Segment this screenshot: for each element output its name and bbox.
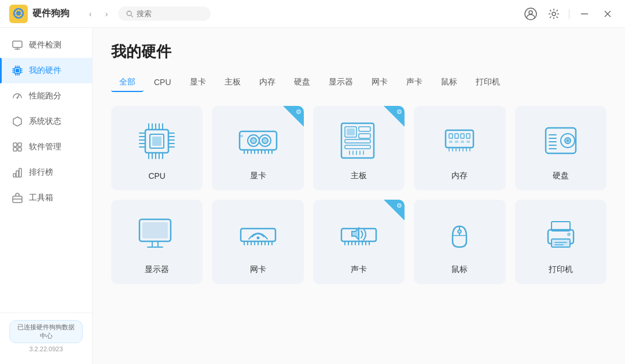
- mb-badge-icon: ⚙: [396, 108, 402, 116]
- svg-rect-124: [142, 222, 168, 238]
- svg-rect-154: [552, 239, 570, 247]
- forward-button[interactable]: ›: [100, 7, 113, 21]
- hw-card-network-label: 网卡: [250, 264, 266, 275]
- hardware-grid: CPU ⚙: [111, 106, 606, 284]
- svg-rect-45: [19, 168, 21, 177]
- tab-disk[interactable]: 硬盘: [286, 73, 318, 92]
- sidebar-bottom: 已连接硬件狗狗数据中心 3.2.22.0923: [0, 312, 92, 359]
- sidebar-item-hardware-detect[interactable]: 硬件检测: [0, 32, 92, 58]
- sidebar-item-ranking[interactable]: 排行榜: [0, 160, 92, 185]
- main-layout: 硬件检测: [0, 28, 625, 364]
- titlebar-left: 硬件狗狗 ‹ ›: [9, 5, 211, 23]
- svg-point-75: [262, 138, 268, 144]
- sidebar-label-performance: 性能跑分: [29, 91, 61, 101]
- svg-rect-102: [466, 134, 470, 138]
- svg-rect-8: [21, 14, 23, 15]
- tab-sound[interactable]: 声卡: [398, 73, 431, 92]
- sidebar-label-hardware-detect: 硬件检测: [29, 40, 61, 50]
- hw-card-disk[interactable]: 硬盘: [515, 106, 606, 190]
- hw-card-monitor-label: 显示器: [145, 264, 169, 275]
- sidebar-item-my-hardware[interactable]: 我的硬件: [0, 58, 92, 83]
- hw-card-sound[interactable]: ⚙: [313, 200, 405, 284]
- svg-point-2: [16, 11, 21, 16]
- hw-card-memory[interactable]: 内存: [414, 106, 505, 190]
- svg-rect-7: [21, 11, 23, 12]
- hw-card-printer[interactable]: 打印机: [515, 200, 606, 284]
- disk-icon: [538, 117, 584, 164]
- tab-network[interactable]: 网卡: [363, 73, 396, 92]
- back-button[interactable]: ‹: [83, 7, 97, 21]
- svg-rect-101: [461, 134, 464, 138]
- sidebar-item-performance[interactable]: 性能跑分: [0, 83, 92, 109]
- hw-card-monitor[interactable]: 显示器: [111, 200, 203, 284]
- motherboard-icon: [336, 117, 382, 164]
- monitor-icon: [12, 39, 23, 51]
- svg-rect-105: [461, 141, 464, 143]
- close-button[interactable]: [600, 6, 616, 22]
- svg-rect-90: [359, 134, 370, 138]
- tab-gpu[interactable]: 显卡: [182, 73, 214, 92]
- svg-point-138: [256, 237, 259, 240]
- search-input[interactable]: [137, 9, 203, 18]
- sidebar-item-toolbox[interactable]: 工具箱: [0, 185, 92, 211]
- page-title: 我的硬件: [111, 42, 606, 62]
- printer-icon: [538, 211, 584, 258]
- tab-monitor[interactable]: 显示器: [321, 73, 361, 92]
- search-bar[interactable]: [118, 6, 211, 21]
- svg-rect-40: [18, 143, 21, 146]
- tab-motherboard[interactable]: 主板: [216, 73, 249, 92]
- display-icon: [134, 211, 180, 258]
- content-area: 我的硬件 全部 CPU 显卡 主板 内存 硬盘 显示器 网卡 声卡 鼠标 打印机: [93, 28, 625, 364]
- svg-point-15: [552, 12, 556, 16]
- svg-point-37: [17, 97, 19, 99]
- svg-rect-86: [341, 123, 374, 158]
- sidebar-item-software-mgr[interactable]: 软件管理: [0, 134, 92, 160]
- svg-rect-39: [13, 143, 17, 146]
- app-logo: [9, 5, 28, 23]
- hw-card-cpu[interactable]: CPU: [111, 106, 203, 190]
- svg-rect-4: [20, 9, 21, 10]
- sidebar-label-toolbox: 工具箱: [29, 193, 53, 203]
- svg-rect-44: [16, 171, 19, 177]
- tab-cpu[interactable]: CPU: [146, 74, 179, 91]
- briefcase-icon: [12, 192, 23, 204]
- sound-icon: [336, 211, 382, 258]
- svg-rect-3: [16, 9, 17, 10]
- tab-memory[interactable]: 内存: [251, 73, 284, 92]
- tab-mouse[interactable]: 鼠标: [433, 73, 465, 92]
- sidebar-label-software-mgr: 软件管理: [29, 142, 61, 152]
- titlebar-right: [523, 6, 616, 22]
- hw-card-gpu[interactable]: ⚙: [212, 106, 303, 190]
- svg-rect-85: [240, 135, 243, 137]
- hw-card-gpu-label: 显卡: [250, 171, 266, 181]
- user-icon[interactable]: [523, 6, 539, 22]
- hw-card-network[interactable]: 网卡: [212, 200, 303, 284]
- sidebar-item-system-status[interactable]: 系统状态: [0, 109, 92, 134]
- svg-rect-5: [14, 11, 16, 12]
- minimize-button[interactable]: [576, 6, 593, 22]
- chip-icon: [12, 65, 23, 76]
- svg-point-73: [251, 138, 256, 144]
- hw-card-mouse[interactable]: 鼠标: [414, 200, 505, 284]
- gauge-icon: [12, 90, 23, 102]
- hw-card-disk-label: 硬盘: [553, 171, 569, 181]
- hw-card-sound-label: 声卡: [351, 264, 367, 275]
- svg-marker-38: [13, 117, 21, 126]
- svg-rect-106: [466, 141, 470, 143]
- hw-card-motherboard[interactable]: ⚙: [313, 106, 405, 190]
- svg-rect-23: [16, 69, 19, 72]
- svg-rect-98: [446, 130, 473, 148]
- tab-printer[interactable]: 打印机: [468, 73, 508, 92]
- tabs: 全部 CPU 显卡 主板 内存 硬盘 显示器 网卡 声卡 鼠标 打印机: [111, 73, 606, 92]
- connection-status: 已连接硬件狗狗数据中心: [9, 320, 83, 343]
- gpu-icon: [235, 117, 281, 164]
- sidebar-label-system-status: 系统状态: [29, 116, 61, 127]
- svg-rect-128: [241, 229, 275, 241]
- svg-point-14: [529, 10, 532, 14]
- svg-point-157: [567, 233, 571, 236]
- settings-icon[interactable]: [546, 6, 562, 22]
- tab-all[interactable]: 全部: [111, 73, 144, 92]
- bar-chart-icon: [12, 167, 23, 178]
- svg-rect-42: [18, 148, 21, 151]
- app-title: 硬件狗狗: [32, 8, 69, 20]
